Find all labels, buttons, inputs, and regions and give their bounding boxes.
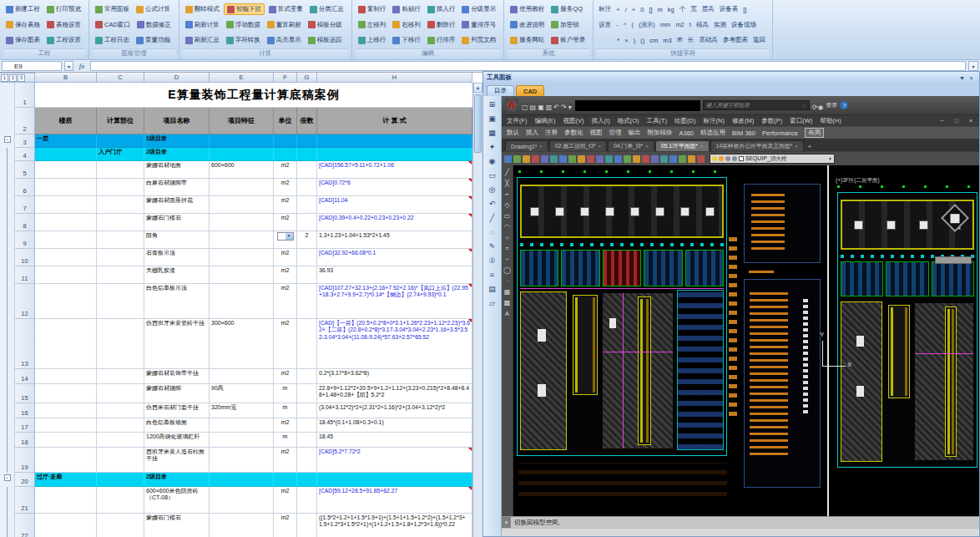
polyline-icon[interactable]: ⌐ (503, 189, 513, 200)
sheet-cell[interactable] (274, 148, 297, 161)
item-spec-cell[interactable] (210, 448, 274, 473)
item-name-cell[interactable]: 阴角 (144, 231, 210, 249)
file-tab[interactable]: Drawing1*× (505, 140, 548, 151)
ribbon-button[interactable]: m3 (661, 36, 673, 45)
multiplier-cell[interactable] (297, 418, 317, 433)
formula-cell[interactable]: 1.3+1.23+1.04+1.53*2+1.45 (317, 231, 472, 249)
ribbon-button[interactable]: 账户登录 (548, 35, 588, 45)
ribbon-button[interactable]: 常用面板 (93, 4, 132, 14)
toolbar-icon[interactable] (651, 155, 659, 163)
ribbon-button[interactable]: 插入行 (425, 4, 458, 14)
ribbon-button[interactable]: 模板追踪 (306, 35, 345, 45)
settings-icon[interactable]: ✦ (485, 140, 500, 154)
toolbar-icon[interactable] (660, 155, 668, 163)
spline-icon[interactable]: ~ (503, 254, 513, 265)
point-icon[interactable]: ∙ (503, 276, 513, 286)
toolbar-icon[interactable] (605, 155, 613, 163)
measure-icon[interactable]: ╱ (485, 211, 500, 225)
item-spec-cell[interactable] (210, 433, 274, 448)
ribbon-button[interactable]: 算式变量 (266, 4, 306, 14)
row-number[interactable]: 21 (15, 487, 35, 514)
toolbar-icon[interactable] (532, 155, 539, 163)
cad-ribbon-tab[interactable]: 注释 (545, 129, 558, 137)
ribbon-button[interactable]: 智能下拉 (224, 3, 265, 15)
item-spec-cell[interactable] (210, 266, 274, 284)
row-number[interactable]: 5 (15, 161, 35, 179)
ribbon-button[interactable]: m (656, 5, 664, 14)
ribbon-button[interactable]: 使用教程 (508, 4, 547, 14)
formula-cell[interactable]: 18.45*(0.1+1.08+0.3+0.1) (317, 418, 472, 433)
toolbar-icon[interactable] (513, 155, 521, 163)
tab-close-icon[interactable]: × (645, 144, 649, 149)
user-icon[interactable]: ◉ (817, 104, 823, 111)
formula-cell[interactable]: [CAD]11.04 (317, 196, 472, 214)
menu-item[interactable]: 修改(M) (732, 117, 754, 125)
command-close-icon[interactable]: × (502, 517, 511, 529)
ribbon-button[interactable]: CAD窗口 (93, 20, 133, 30)
formula-cell[interactable]: 22.8+9+1.12*2+20.5+9+1.2+1.12+(3.23+0.21… (317, 384, 472, 403)
multiplier-cell[interactable] (297, 487, 317, 514)
sheet-cell[interactable] (274, 473, 297, 487)
item-spec-cell[interactable] (210, 369, 274, 384)
multiplier-cell[interactable] (297, 403, 317, 418)
toolbar-icon[interactable] (541, 155, 548, 163)
formula-cell[interactable]: (3.04+3.12*2)*2+(2.31*2+1.16)*2+(3.04+3.… (317, 403, 472, 418)
directory-cell[interactable]: 2级目录 (144, 148, 210, 161)
cad-ribbon-tab[interactable]: 插入 (526, 129, 538, 137)
sheet-cell[interactable] (35, 487, 97, 514)
help-search-field[interactable]: 键入关键字或短语 ◌ (703, 100, 810, 110)
multiplier-cell[interactable] (297, 179, 317, 196)
toolbar-icon[interactable] (624, 155, 631, 163)
row-number[interactable]: 19 (15, 448, 35, 473)
sheet-cell[interactable] (35, 231, 97, 249)
help-icon[interactable]: ? (840, 101, 848, 109)
item-spec-cell[interactable] (210, 514, 274, 537)
sheet-cell[interactable] (274, 134, 297, 148)
command-line[interactable]: × 切换回模型空间。 (502, 516, 979, 528)
row-number[interactable]: 13 (15, 319, 35, 369)
ribbon-button[interactable]: + (630, 5, 637, 14)
sheet-cell[interactable] (97, 403, 144, 418)
ribbon-button[interactable]: 左移列 (356, 20, 389, 30)
image-icon[interactable]: ▦ (485, 126, 500, 139)
ribbon-button[interactable]: 个 (678, 4, 688, 14)
ribbon-button[interactable]: 打印预览 (44, 4, 83, 14)
ribbon-button[interactable]: 设置 (597, 20, 613, 30)
restore-icon[interactable]: □ (953, 118, 960, 124)
new-tab-icon[interactable]: + (805, 141, 815, 151)
toolbar-icon[interactable] (504, 155, 512, 163)
rectangle-icon[interactable]: ▭ (503, 210, 513, 221)
tab-close-icon[interactable]: × (795, 144, 798, 149)
item-name-cell[interactable]: 蒙娜石门槛石 (144, 214, 210, 231)
sheet-cell[interactable] (97, 384, 144, 403)
ribbon-button[interactable]: 公式计算 (134, 4, 173, 14)
ribbon-button[interactable]: 表格设置 (44, 20, 83, 30)
sheet-cell[interactable] (35, 284, 97, 319)
cad-ribbon-tab[interactable]: 布局 (805, 128, 824, 138)
directory-cell[interactable]: 1级目录 (144, 134, 210, 148)
sheet-cell[interactable] (317, 134, 472, 148)
row-number[interactable]: 7 (15, 196, 35, 214)
sheet-cell[interactable] (97, 369, 144, 384)
menu-item[interactable]: 文件(F) (507, 117, 528, 125)
outline-level-1-button[interactable]: 1 (1, 74, 8, 82)
unit-cell[interactable]: m2 (274, 418, 297, 433)
column-header-E[interactable]: E (210, 73, 274, 83)
table-icon[interactable]: ▤ (485, 282, 500, 296)
toolbar-icon[interactable] (633, 155, 640, 163)
number-icon[interactable]: ① (485, 254, 500, 267)
sheet-cell[interactable] (210, 134, 274, 148)
floor-cell[interactable]: 一层 (35, 134, 97, 148)
item-spec-cell[interactable] (210, 487, 274, 514)
menu-item[interactable]: 窗口(W) (790, 117, 812, 125)
row-number[interactable]: 4 (15, 148, 35, 161)
command-input-row[interactable] (502, 528, 979, 536)
item-name-cell[interactable]: 蒙娜石材装饰带干挂 (144, 369, 210, 384)
sheet-cell[interactable] (35, 214, 97, 231)
sheet-cell[interactable] (35, 196, 97, 214)
item-spec-cell[interactable] (210, 179, 274, 196)
multiplier-cell[interactable] (297, 214, 317, 231)
ribbon-button[interactable]: 加密锁 (548, 20, 582, 30)
ribbon-button[interactable]: 重排序号 (459, 20, 498, 30)
menu-item[interactable]: 格式(O) (618, 117, 639, 125)
